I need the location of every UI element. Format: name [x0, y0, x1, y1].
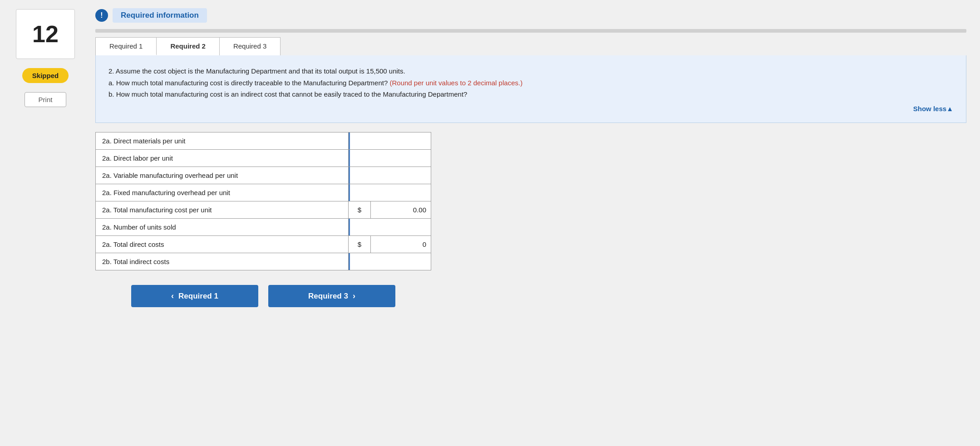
required-info-label: Required information — [113, 8, 207, 23]
table-row: 2b. Total indirect costs — [96, 253, 431, 270]
prev-button[interactable]: ‹ Required 1 — [131, 285, 258, 307]
value-cell-6: 0 — [370, 236, 431, 253]
header-bar: ! Required information — [95, 8, 966, 23]
info-line2b: b. How much total manufacturing cost is … — [108, 88, 953, 100]
row-label-6: 2a. Total direct costs — [96, 236, 349, 253]
input-field-0[interactable] — [349, 132, 431, 149]
row-label-0: 2a. Direct materials per unit — [96, 132, 349, 150]
info-icon: ! — [95, 9, 108, 22]
dollar-sign-6: $ — [349, 236, 370, 253]
dollar-sign-4: $ — [349, 201, 370, 219]
next-label: Required 3 — [308, 292, 348, 301]
input-cell-3[interactable] — [349, 184, 431, 201]
tabs-row: Required 1 Required 2 Required 3 — [95, 37, 966, 55]
value-cell-4: 0.00 — [370, 201, 431, 219]
input-cell-7[interactable] — [349, 253, 431, 270]
question-number: 12 — [16, 9, 75, 59]
table-row: 2a. Direct materials per unit — [96, 132, 431, 150]
info-line2a: a. How much total manufacturing cost is … — [108, 77, 953, 89]
tab-required1[interactable]: Required 1 — [95, 37, 156, 55]
input-field-1[interactable] — [349, 150, 431, 167]
input-field-7[interactable] — [349, 253, 431, 270]
info-box: 2. Assume the cost object is the Manufac… — [95, 55, 966, 123]
next-button[interactable]: Required 3 › — [268, 285, 395, 307]
tab-required2[interactable]: Required 2 — [156, 37, 219, 55]
input-cell-1[interactable] — [349, 150, 431, 167]
row-label-1: 2a. Direct labor per unit — [96, 150, 349, 167]
tab-required3[interactable]: Required 3 — [219, 37, 281, 55]
next-arrow: › — [353, 291, 355, 301]
sidebar: 12 Skipped Print — [0, 0, 91, 446]
row-label-4: 2a. Total manufacturing cost per unit — [96, 201, 349, 219]
input-cell-2[interactable] — [349, 167, 431, 184]
table-row: 2a. Direct labor per unit — [96, 150, 431, 167]
input-field-5[interactable] — [349, 219, 431, 235]
table-row: 2a. Total direct costs$0 — [96, 236, 431, 253]
input-cell-5[interactable] — [349, 219, 431, 236]
table-row: 2a. Fixed manufacturing overhead per uni… — [96, 184, 431, 201]
divider — [95, 29, 966, 33]
input-field-2[interactable] — [349, 167, 431, 184]
print-button[interactable]: Print — [25, 92, 67, 107]
input-cell-0[interactable] — [349, 132, 431, 150]
prev-arrow: ‹ — [171, 291, 174, 301]
show-less-button[interactable]: Show less▲ — [108, 103, 953, 115]
row-label-3: 2a. Fixed manufacturing overhead per uni… — [96, 184, 349, 201]
input-field-3[interactable] — [349, 184, 431, 201]
main-content: ! Required information Required 1 Requir… — [91, 0, 980, 446]
row-label-5: 2a. Number of units sold — [96, 219, 349, 236]
table-row: 2a. Number of units sold — [96, 219, 431, 236]
nav-buttons: ‹ Required 1 Required 3 › — [95, 285, 431, 307]
row-label-7: 2b. Total indirect costs — [96, 253, 349, 270]
row-label-2: 2a. Variable manufacturing overhead per … — [96, 167, 349, 184]
prev-label: Required 1 — [178, 292, 218, 301]
info-line1: 2. Assume the cost object is the Manufac… — [108, 65, 953, 77]
table-row: 2a. Total manufacturing cost per unit$0.… — [96, 201, 431, 219]
data-table: 2a. Direct materials per unit2a. Direct … — [95, 132, 431, 270]
table-row: 2a. Variable manufacturing overhead per … — [96, 167, 431, 184]
skipped-badge: Skipped — [22, 68, 69, 83]
